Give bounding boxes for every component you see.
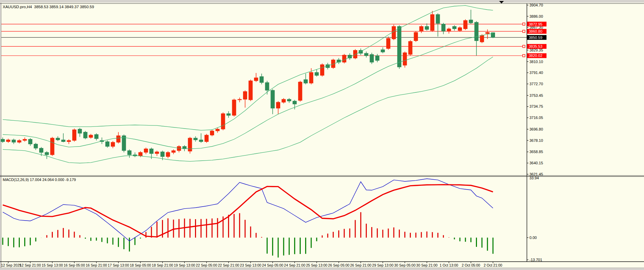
time-tick-label: 23 Sep 13:00 (240, 263, 261, 267)
candle-body (150, 149, 153, 154)
level-line-handle[interactable] (523, 55, 525, 57)
candle-body (254, 78, 258, 81)
candle-body (425, 27, 429, 30)
price-tick-label: 3886.00 (529, 14, 543, 18)
level-line-handle[interactable] (523, 45, 525, 48)
candle-body (480, 35, 484, 42)
time-tick-label: 18 Sep 05:00 (130, 263, 151, 267)
price-tick-label: 3904.70 (529, 3, 543, 7)
price-badge-label: 3872.95 (529, 22, 542, 26)
time-tick-label: 18 Sep 21:00 (152, 263, 173, 267)
candle-body (161, 152, 164, 156)
candle-body (309, 72, 313, 83)
candle-body (260, 77, 264, 83)
time-tick-label: 22 Sep 05:00 (196, 263, 218, 267)
candle-body (111, 142, 115, 146)
time-tick-label: 2 Oct 21:00 (484, 263, 502, 267)
candle-body (392, 27, 396, 39)
candle-body (304, 79, 308, 83)
candle-body (1, 139, 5, 142)
candle-body (23, 139, 27, 141)
price-tick-label: 3696.80 (529, 127, 543, 131)
candle-body (61, 140, 65, 141)
candle-body (342, 55, 346, 62)
candle-body (293, 101, 297, 104)
candle-body (458, 28, 462, 31)
price-tick-label: 3734.75 (529, 104, 543, 108)
price-tick-label: 3658.85 (529, 150, 543, 154)
candle-body (491, 33, 495, 38)
candle-body (271, 90, 274, 108)
candle-body (199, 140, 203, 141)
candle-body (243, 91, 247, 99)
candle-body (381, 50, 385, 52)
price-badge-label: 3835.53 (529, 44, 542, 48)
candle-body (56, 138, 60, 140)
candle-body (249, 81, 253, 100)
candle-body (419, 27, 423, 31)
candle-body (45, 152, 49, 155)
window-frame-bottom (0, 268, 644, 270)
candle-body (387, 39, 390, 49)
candle-body (171, 151, 175, 152)
price-tick-label: 3810.10 (529, 60, 543, 64)
price-tick-label: 3640.15 (529, 161, 543, 165)
candle-body (447, 29, 451, 31)
time-tick-label: 2 Oct 05:00 (462, 263, 480, 267)
candle-body (375, 56, 379, 60)
time-tick-label: 24 Sep 21:00 (284, 263, 305, 267)
time-tick-label: 30 Sep 05:00 (394, 263, 416, 267)
candle-body (232, 100, 236, 116)
candle-body (364, 53, 368, 56)
candle-body (265, 82, 269, 90)
candle-body (315, 72, 318, 75)
candle-body (370, 55, 374, 62)
candle-body (320, 65, 324, 76)
candle-body (155, 152, 159, 153)
candle-body (67, 140, 71, 142)
candle-body (117, 136, 120, 142)
candle-body (221, 114, 225, 129)
time-tick-label: 16 Sep 05:00 (64, 263, 85, 267)
candle-body (398, 27, 401, 67)
candle-body (50, 138, 54, 155)
price-tick-label: 3791.40 (529, 71, 543, 75)
candle-body (12, 140, 16, 142)
candle-body (194, 138, 197, 140)
time-tick-label: 1 Oct 13:00 (440, 263, 458, 267)
candle-body (485, 32, 489, 34)
macd-tick-label: -13.701 (529, 258, 542, 262)
candle-body (210, 131, 214, 135)
candle-body (177, 147, 181, 151)
candle-body (205, 135, 208, 141)
candle-body (287, 99, 291, 101)
candle-body (282, 99, 286, 102)
candle-body (144, 149, 148, 153)
candle-body (94, 135, 98, 139)
candle-body (84, 132, 87, 138)
candle-body (431, 15, 434, 31)
candle-body (40, 148, 43, 152)
candle-body (475, 22, 478, 41)
candle-body (298, 82, 302, 100)
chart-canvas[interactable]: 3904.703886.003867.303829.353810.103791.… (0, 0, 644, 270)
level-line-handle[interactable] (523, 23, 525, 25)
level-line-handle[interactable] (523, 30, 525, 32)
time-tick-label: 30 Sep 21:00 (416, 263, 438, 267)
candle-body (408, 41, 412, 55)
candle-body (166, 152, 170, 156)
price-tick-label: 3716.05 (529, 116, 543, 120)
price-tick-label: 3678.10 (529, 138, 543, 142)
candle-body (216, 129, 220, 131)
candle-body (227, 114, 230, 115)
candle-body (354, 50, 357, 58)
window-frame-left (0, 0, 1, 270)
macd-tick-label: 33.94 (529, 176, 539, 180)
price-badge-label: 3860.80 (529, 29, 542, 33)
candle-body (89, 135, 93, 137)
candle-body (17, 140, 21, 142)
time-tick-label: 22 Sep 21:00 (218, 263, 239, 267)
candle-body (464, 20, 467, 29)
candle-body (128, 151, 131, 155)
time-tick-label: 15 Sep 13:00 (42, 263, 63, 267)
